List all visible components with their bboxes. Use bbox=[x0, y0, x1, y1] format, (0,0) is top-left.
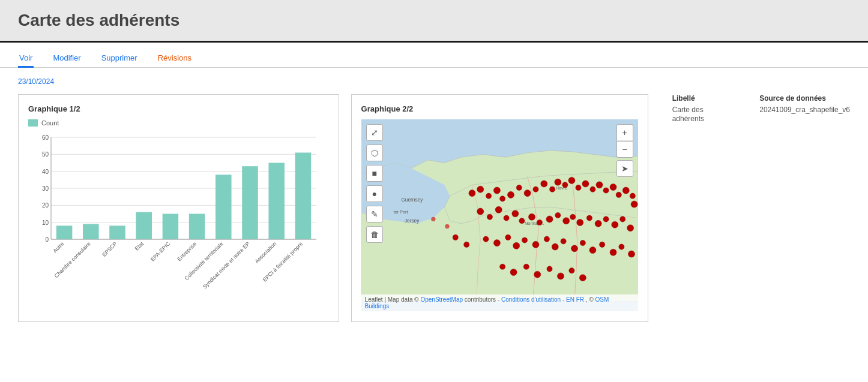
svg-rect-24 bbox=[268, 163, 285, 240]
svg-rect-16 bbox=[56, 225, 73, 239]
svg-point-53 bbox=[568, 177, 574, 184]
svg-point-41 bbox=[477, 186, 483, 192]
draw-rectangle-button[interactable]: ■ bbox=[366, 165, 383, 182]
svg-point-46 bbox=[516, 185, 522, 190]
zoom-out-button[interactable]: − bbox=[616, 141, 633, 158]
svg-text:Entreprise: Entreprise bbox=[176, 240, 197, 262]
svg-point-101 bbox=[523, 264, 529, 269]
svg-point-66 bbox=[495, 206, 502, 213]
svg-point-48 bbox=[532, 187, 538, 192]
svg-point-52 bbox=[562, 182, 567, 188]
svg-point-47 bbox=[524, 190, 531, 197]
map-controls-right: + − ➤ bbox=[616, 124, 633, 178]
svg-rect-23 bbox=[242, 166, 258, 239]
info-col-source: Source de données 20241009_cra_shapefile… bbox=[759, 94, 850, 123]
svg-text:20: 20 bbox=[42, 202, 49, 209]
svg-point-62 bbox=[630, 193, 635, 198]
svg-point-65 bbox=[487, 214, 492, 219]
tab-voir[interactable]: Voir bbox=[18, 50, 34, 68]
svg-point-108 bbox=[445, 224, 449, 228]
svg-point-40 bbox=[468, 190, 475, 197]
svg-point-58 bbox=[603, 188, 609, 193]
delete-button[interactable]: 🗑 bbox=[366, 226, 383, 243]
libelle-value: Carte des adhérents bbox=[672, 106, 704, 123]
zoom-in-button[interactable]: + bbox=[616, 124, 633, 141]
svg-point-45 bbox=[507, 191, 514, 198]
page-header: Carte des adhérents bbox=[0, 0, 868, 43]
map-background: Guernsey Jersey ter Port Le Havre Norman… bbox=[361, 119, 638, 311]
date-label: 23/10/2024 bbox=[18, 77, 850, 86]
svg-point-102 bbox=[534, 271, 540, 278]
svg-point-54 bbox=[575, 185, 580, 190]
svg-point-100 bbox=[510, 269, 517, 275]
svg-point-67 bbox=[504, 215, 509, 221]
svg-point-98 bbox=[628, 251, 634, 257]
content-area: 23/10/2024 Graphique 1/2 Count 010203040… bbox=[0, 68, 868, 332]
svg-text:60: 60 bbox=[42, 134, 49, 141]
draw-polygon-button[interactable]: ⬡ bbox=[366, 145, 383, 161]
svg-rect-19 bbox=[136, 212, 152, 239]
svg-point-44 bbox=[499, 196, 505, 201]
svg-point-85 bbox=[505, 234, 510, 240]
svg-text:0: 0 bbox=[45, 236, 49, 243]
chart2-title: Graphique 2/2 bbox=[361, 104, 638, 113]
legend-color-box bbox=[28, 119, 38, 127]
info-row: Libellé Carte des adhérents Source de do… bbox=[672, 94, 850, 123]
svg-point-93 bbox=[580, 240, 585, 245]
svg-point-82 bbox=[627, 225, 633, 231]
svg-point-99 bbox=[499, 264, 505, 269]
svg-rect-18 bbox=[109, 225, 125, 239]
svg-point-73 bbox=[555, 212, 560, 218]
svg-point-95 bbox=[599, 242, 604, 247]
svg-point-89 bbox=[544, 236, 549, 242]
svg-point-97 bbox=[618, 244, 624, 249]
tab-revisions[interactable]: Révisions bbox=[157, 50, 193, 68]
info-col-libelle: Libellé Carte des adhérents bbox=[672, 94, 736, 123]
page-title: Carte des adhérents bbox=[18, 11, 850, 30]
svg-point-55 bbox=[582, 181, 589, 187]
map-label-guernsey: Guernsey bbox=[401, 197, 423, 203]
locate-button[interactable]: ➤ bbox=[616, 160, 633, 177]
conditions-link[interactable]: Conditions d'utilisation bbox=[501, 296, 561, 303]
svg-point-49 bbox=[540, 181, 547, 187]
svg-point-80 bbox=[611, 221, 618, 228]
svg-point-72 bbox=[546, 216, 553, 222]
libelle-label: Libellé bbox=[672, 94, 736, 103]
svg-rect-21 bbox=[189, 214, 205, 240]
svg-point-96 bbox=[610, 249, 616, 255]
svg-text:50: 50 bbox=[42, 151, 49, 158]
svg-point-77 bbox=[586, 215, 592, 221]
svg-point-60 bbox=[616, 192, 621, 197]
svg-point-75 bbox=[570, 214, 575, 219]
edit-button[interactable]: ✎ bbox=[366, 206, 383, 222]
svg-rect-22 bbox=[215, 175, 232, 239]
svg-point-103 bbox=[547, 266, 552, 272]
svg-text:EPSCP: EPSCP bbox=[101, 240, 118, 258]
map-attribution: Leaflet | Map data © OpenStreetMap contr… bbox=[361, 294, 638, 311]
map-controls-left: ⤢ ⬡ ■ ● ✎ 🗑 bbox=[366, 124, 383, 244]
svg-point-81 bbox=[619, 216, 625, 222]
attribution-text: Leaflet | Map data © OpenStreetMap contr… bbox=[365, 296, 609, 309]
svg-point-69 bbox=[519, 218, 524, 224]
bar-chart-svg: 0102030405060 AutreChambre consulaireEPS… bbox=[28, 131, 322, 299]
source-value: 20241009_cra_shapefile_v6 bbox=[759, 106, 850, 114]
svg-point-104 bbox=[557, 273, 564, 279]
svg-point-88 bbox=[532, 241, 539, 248]
tab-supprimer[interactable]: Supprimer bbox=[100, 50, 139, 68]
svg-text:Autre: Autre bbox=[52, 240, 65, 254]
fullscreen-button[interactable]: ⤢ bbox=[366, 124, 383, 141]
chart1-svg-wrapper: 0102030405060 AutreChambre consulaireEPS… bbox=[28, 131, 329, 301]
osm-link[interactable]: OpenStreetMap bbox=[420, 296, 463, 303]
svg-point-90 bbox=[552, 243, 558, 250]
svg-text:10: 10 bbox=[42, 219, 49, 226]
draw-circle-button[interactable]: ● bbox=[366, 185, 383, 202]
tab-modifier[interactable]: Modifier bbox=[52, 50, 82, 68]
info-panel: Libellé Carte des adhérents Source de do… bbox=[672, 94, 850, 123]
svg-text:Etat: Etat bbox=[134, 240, 145, 252]
svg-point-92 bbox=[571, 245, 577, 252]
en-fr-link[interactable]: EN FR bbox=[566, 296, 584, 303]
svg-point-76 bbox=[576, 219, 583, 225]
tabs-container: Voir Modifier Supprimer Révisions bbox=[18, 50, 850, 67]
svg-text:Association: Association bbox=[253, 240, 277, 264]
svg-rect-20 bbox=[163, 214, 179, 240]
